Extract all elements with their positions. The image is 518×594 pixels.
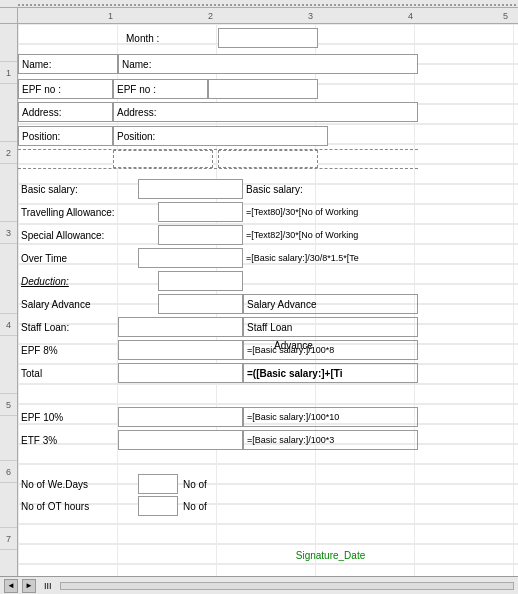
no-label-2: No of (180, 496, 240, 516)
row-num-1: 1 (0, 62, 17, 84)
overtime-label: Over Time (18, 248, 138, 268)
address-label: Address: (18, 102, 113, 122)
no-wd-label: No of We.Days (18, 474, 138, 494)
month-label: Month : (123, 28, 223, 48)
no-ot-label: No of OT hours (18, 496, 138, 516)
row-num-4: 4 (0, 314, 17, 336)
special-input[interactable] (158, 225, 243, 245)
epf-input[interactable] (208, 79, 318, 99)
epf-label-1: EPF no : (18, 79, 113, 99)
name-cell-1: Name: (18, 54, 118, 74)
dashed-cell-1 (113, 150, 213, 168)
epf-10-formula: =[Basic salary:]/100*10 (243, 407, 418, 427)
row-num-3: 3 (0, 222, 17, 244)
epf-10-input[interactable] (118, 407, 243, 427)
position-input[interactable]: Position: (113, 126, 328, 146)
spreadsheet: 1 2 3 4 5 1 2 3 4 5 6 7 8 (0, 0, 518, 594)
ruler: 1 2 3 4 5 (0, 8, 518, 24)
travelling-input[interactable] (158, 202, 243, 222)
ruler-mark-4: 4 (408, 8, 413, 23)
row-num-blank4 (0, 244, 17, 314)
scrollbar-track[interactable] (60, 582, 514, 590)
travelling-label: Travelling Allowance: (18, 202, 158, 222)
staff-loan-input[interactable] (118, 317, 243, 337)
address-input[interactable]: Address: (113, 102, 418, 122)
etf-label: ETF 3% (18, 430, 118, 450)
basic-salary-value: Basic salary: (243, 179, 418, 199)
row-num-blank (0, 24, 17, 62)
epf-10-label: EPF 10% (18, 407, 118, 427)
row-num-blank3 (0, 164, 17, 222)
dashed-cell-2 (218, 150, 318, 168)
total-input[interactable] (118, 363, 243, 383)
position-label: Position: (18, 126, 113, 146)
no-wd-input[interactable] (138, 474, 178, 494)
salary-advance-label: Salary Advance (18, 294, 158, 314)
epf-label-2: EPF no : (113, 79, 208, 99)
scroll-left-btn[interactable]: ◄ (4, 579, 18, 593)
bottom-bar: ◄ ► III (0, 576, 518, 594)
scrollbar-area: ◄ ► III (4, 579, 514, 593)
content-area: Month : Name: Name: EPF no : EPF no : Ad… (18, 24, 518, 576)
no-ot-input[interactable] (138, 496, 178, 516)
ruler-mark-1: 1 (108, 8, 113, 23)
signature-label: Signature_Date (243, 544, 418, 566)
month-input[interactable] (218, 28, 318, 48)
total-label: Total (18, 363, 118, 383)
deduction-input[interactable] (158, 271, 243, 291)
ruler-mark-2: 2 (208, 8, 213, 23)
salary-advance-value: Salary Advance (243, 294, 418, 314)
row-num-blank6 (0, 416, 17, 461)
basic-salary-label: Basic salary: (18, 179, 138, 199)
total-formula: =([Basic salary:]+[Ti (243, 363, 418, 383)
epf-8-input[interactable] (118, 340, 243, 360)
row-num-7: 7 (0, 528, 17, 550)
scroll-right-btn[interactable]: ► (22, 579, 36, 593)
deduction-label: Deduction: (18, 271, 158, 291)
basic-salary-input[interactable] (138, 179, 243, 199)
no-label-1: No of (180, 474, 240, 494)
ruler-mark-5: 5 (503, 8, 508, 23)
overtime-formula: =[Basic salary:]/30/8*1.5*[Te (243, 248, 418, 268)
etf-input[interactable] (118, 430, 243, 450)
special-formula: =[Text82]/30*[No of Working (243, 225, 418, 245)
row-num-blank7 (0, 483, 17, 528)
salary-advance-input[interactable] (158, 294, 243, 314)
overtime-input[interactable] (138, 248, 243, 268)
row-num-blank2 (0, 84, 17, 142)
epf-8-label: EPF 8% (18, 340, 118, 360)
staff-loan-value: Staff Loan (243, 317, 418, 337)
row-num-blank5 (0, 336, 17, 394)
row-num-6: 6 (0, 461, 17, 483)
grid: Month : Name: Name: EPF no : EPF no : Ad… (18, 24, 518, 576)
travelling-formula: =[Text80]/30*[No of Working (243, 202, 418, 222)
row-num-5: 5 (0, 394, 17, 416)
row-num-blank8 (0, 550, 17, 576)
name-input[interactable]: Name: (118, 54, 418, 74)
row-numbers: 1 2 3 4 5 6 7 8 (0, 24, 18, 576)
ruler-mark-3: 3 (308, 8, 313, 23)
special-label: Special Allowance: (18, 225, 158, 245)
sheet-tab[interactable]: III (40, 581, 56, 591)
etf-formula: =[Basic salary:]/100*3 (243, 430, 418, 450)
epf-8-formula: =[Basic salary:]/100*8 (243, 340, 418, 360)
row-num-2: 2 (0, 142, 17, 164)
staff-loan-label: Staff Loan: (18, 317, 118, 337)
